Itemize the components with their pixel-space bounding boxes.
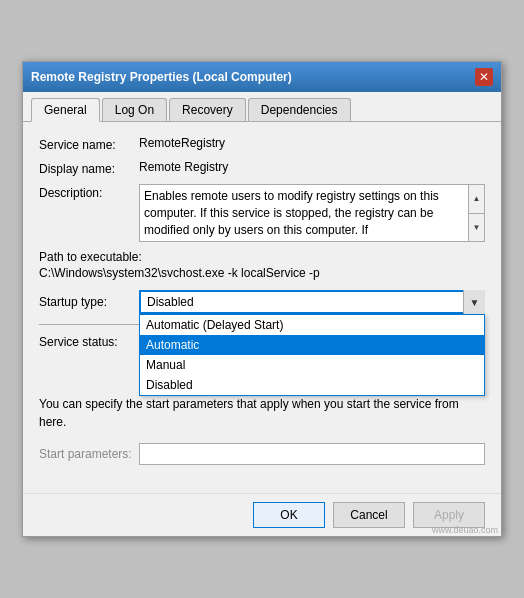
option-disabled[interactable]: Disabled <box>140 375 484 395</box>
startup-dropdown-list: Automatic (Delayed Start) Automatic Manu… <box>139 314 485 396</box>
service-name-row: Service name: RemoteRegistry <box>39 136 485 152</box>
startup-select[interactable]: Disabled <box>139 290 485 314</box>
display-name-value: Remote Registry <box>139 160 485 174</box>
bottom-buttons: OK Cancel Apply <box>23 493 501 536</box>
watermark: www.deuao.com <box>432 525 498 535</box>
start-params-input[interactable] <box>139 443 485 465</box>
tab-dependencies[interactable]: Dependencies <box>248 98 351 121</box>
tab-general[interactable]: General <box>31 98 100 122</box>
path-value: C:\Windows\system32\svchost.exe -k local… <box>39 266 485 280</box>
tab-logon[interactable]: Log On <box>102 98 167 121</box>
startup-row: Startup type: Disabled ▼ Automatic (Dela… <box>39 290 485 314</box>
tab-bar: General Log On Recovery Dependencies <box>23 92 501 122</box>
start-params-label: Start parameters: <box>39 447 139 461</box>
info-text: You can specify the start parameters tha… <box>39 395 485 431</box>
startup-dropdown-container: Disabled ▼ Automatic (Delayed Start) Aut… <box>139 290 485 314</box>
description-row: Description: Enables remote users to mod… <box>39 184 485 242</box>
service-name-value: RemoteRegistry <box>139 136 485 150</box>
display-name-row: Display name: Remote Registry <box>39 160 485 176</box>
title-bar: Remote Registry Properties (Local Comput… <box>23 62 501 92</box>
start-params-row: Start parameters: <box>39 443 485 465</box>
scroll-down-arrow[interactable]: ▼ <box>469 214 484 242</box>
cancel-button[interactable]: Cancel <box>333 502 405 528</box>
scroll-up-arrow[interactable]: ▲ <box>469 185 484 214</box>
path-label: Path to executable: <box>39 250 485 264</box>
service-name-label: Service name: <box>39 136 139 152</box>
startup-label: Startup type: <box>39 295 139 309</box>
ok-button[interactable]: OK <box>253 502 325 528</box>
description-box: Enables remote users to modify registry … <box>139 184 485 242</box>
description-scrollbar[interactable]: ▲ ▼ <box>468 185 484 241</box>
option-manual[interactable]: Manual <box>140 355 484 375</box>
path-section: Path to executable: C:\Windows\system32\… <box>39 250 485 280</box>
option-automatic-delayed[interactable]: Automatic (Delayed Start) <box>140 315 484 335</box>
main-content: Service name: RemoteRegistry Display nam… <box>23 122 501 493</box>
description-text: Enables remote users to modify registry … <box>144 188 480 238</box>
window-title: Remote Registry Properties (Local Comput… <box>31 70 292 84</box>
tab-recovery[interactable]: Recovery <box>169 98 246 121</box>
description-label: Description: <box>39 184 139 200</box>
display-name-label: Display name: <box>39 160 139 176</box>
option-automatic[interactable]: Automatic <box>140 335 484 355</box>
service-status-label: Service status: <box>39 335 139 349</box>
close-button[interactable]: ✕ <box>475 68 493 86</box>
